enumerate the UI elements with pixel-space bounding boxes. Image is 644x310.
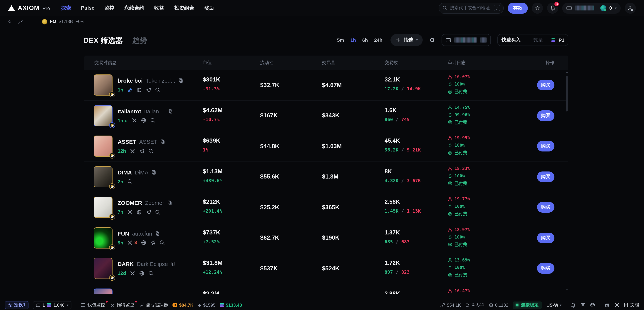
line-chart-icon[interactable] bbox=[18, 19, 23, 24]
theme-palette-icon[interactable] bbox=[590, 302, 595, 307]
filter-button[interactable]: 筛选 ▾ bbox=[391, 34, 423, 46]
preset-chip[interactable]: 预设1 bbox=[5, 301, 28, 309]
globe-icon[interactable] bbox=[141, 240, 146, 245]
table-row[interactable]: broke boiTokenized...1h$301K-31.3%$32.7K… bbox=[84, 70, 568, 101]
token-avatar[interactable] bbox=[94, 166, 112, 187]
navbar-right: 搜索代币或合约地址... / 存款 ☆ 3 0 ▾ bbox=[438, 3, 636, 14]
token-avatar[interactable] bbox=[94, 288, 112, 294]
menu-item-6[interactable]: 奖励 bbox=[204, 5, 214, 11]
tool-2[interactable]: 盈亏追踪器 bbox=[140, 302, 168, 308]
x-icon[interactable] bbox=[132, 118, 137, 123]
token-avatar[interactable] bbox=[94, 258, 112, 279]
buy-button[interactable]: 购买 bbox=[537, 233, 554, 243]
x-icon[interactable] bbox=[127, 210, 132, 215]
timeframe-24h[interactable]: 24h bbox=[374, 37, 382, 43]
buy-button[interactable]: 购买 bbox=[537, 141, 554, 152]
ticker-item[interactable]: FO $1.13B +0% bbox=[42, 19, 84, 24]
telegram-icon[interactable] bbox=[150, 240, 156, 245]
tab-trending[interactable]: 趋势 bbox=[132, 36, 147, 46]
preset-selector[interactable]: P1 bbox=[558, 37, 564, 43]
menu-item-3[interactable]: 永续合约 bbox=[124, 5, 144, 11]
scrollbar-thumb[interactable] bbox=[566, 76, 568, 112]
table-row[interactable]: DIMADiMA2h$1.13M+489.6%$55.6K$1.3M8K4.32… bbox=[84, 162, 568, 192]
table-row[interactable]: ItalianrotItalian ...1mo$4.62M-10.7%$167… bbox=[84, 101, 568, 131]
x-icon[interactable] bbox=[130, 271, 135, 276]
quick-buy-amount-input[interactable]: 数量 bbox=[533, 37, 543, 43]
telegram-icon[interactable] bbox=[139, 149, 144, 154]
account-settings-button[interactable] bbox=[625, 3, 636, 14]
settings-gear-icon[interactable]: ⚙ bbox=[429, 36, 435, 44]
timeframe-5m[interactable]: 5m bbox=[337, 37, 344, 43]
search-icon[interactable] bbox=[160, 240, 165, 245]
copy-address-icon[interactable] bbox=[168, 109, 173, 114]
timeframe-1h[interactable]: 1h bbox=[350, 37, 356, 43]
menu-item-0[interactable]: 探索 bbox=[61, 5, 71, 11]
timeframe-6h[interactable]: 6h bbox=[362, 37, 368, 43]
table-row[interactable]: DARKDark Eclipse12d$31.8M+12.24%$537K$52… bbox=[84, 253, 568, 284]
deposit-button[interactable]: 存款 bbox=[508, 3, 528, 14]
buy-button[interactable]: 购买 bbox=[537, 202, 554, 213]
token-avatar[interactable] bbox=[94, 227, 112, 248]
region-selector[interactable]: US-W ▾ bbox=[546, 302, 562, 307]
wallet-balance-chip[interactable]: 1 1.046 ▾ bbox=[33, 301, 72, 309]
telegram-icon[interactable] bbox=[146, 87, 151, 93]
table-row[interactable]: ASSETASSET12h$639K1%$44.8K$1.03M45.4K36.… bbox=[84, 131, 568, 162]
copy-address-icon[interactable] bbox=[167, 201, 172, 205]
docs-link[interactable]: 文档 bbox=[624, 302, 639, 308]
token-avatar[interactable] bbox=[94, 75, 112, 96]
search-icon[interactable] bbox=[148, 149, 154, 154]
globe-icon[interactable] bbox=[139, 271, 144, 276]
active-wallet-chip[interactable] bbox=[442, 34, 491, 46]
copy-address-icon[interactable] bbox=[152, 170, 156, 175]
globe-icon[interactable] bbox=[141, 118, 146, 123]
token-avatar[interactable] bbox=[94, 105, 112, 126]
copy-address-icon[interactable] bbox=[178, 78, 183, 83]
globe-icon[interactable] bbox=[136, 87, 142, 93]
quick-buy-control[interactable]: 快速买入 数量 P1 bbox=[498, 34, 568, 46]
app-logo[interactable]: AXIOM Pro bbox=[8, 4, 50, 12]
table-scrollbar[interactable]: ▲ ▼ bbox=[565, 71, 569, 294]
token-avatar[interactable] bbox=[94, 136, 112, 157]
menu-item-4[interactable]: 收益 bbox=[154, 5, 164, 11]
platform-badge-icon bbox=[109, 183, 115, 189]
scroll-up-arrow[interactable]: ▲ bbox=[565, 71, 569, 73]
search-icon[interactable] bbox=[148, 271, 154, 276]
search-icon[interactable] bbox=[150, 118, 155, 123]
copy-address-icon[interactable] bbox=[160, 139, 165, 144]
wallet-selector[interactable]: 0 ▾ bbox=[562, 3, 621, 14]
discord-icon[interactable] bbox=[604, 302, 610, 307]
search-icon[interactable] bbox=[127, 179, 132, 184]
alerts-icon[interactable] bbox=[571, 302, 576, 307]
star-icon[interactable]: ☆ bbox=[8, 19, 12, 25]
x-icon[interactable] bbox=[130, 149, 135, 154]
buy-button[interactable]: 购买 bbox=[537, 263, 554, 274]
feather-icon[interactable] bbox=[127, 87, 132, 93]
search-icon[interactable] bbox=[155, 87, 160, 93]
tool-0[interactable]: 钱包监控 bbox=[81, 302, 105, 308]
copy-address-icon[interactable] bbox=[155, 231, 160, 236]
menu-item-5[interactable]: 投资组合 bbox=[174, 5, 194, 11]
table-row[interactable]: TIMEManipulated Ti...$2.2M3.98K16.47%购买 bbox=[84, 284, 568, 294]
news-icon[interactable] bbox=[580, 302, 586, 307]
buy-button[interactable]: 购买 bbox=[537, 80, 554, 91]
scroll-down-arrow[interactable]: ▼ bbox=[565, 288, 569, 291]
buy-button[interactable]: 购买 bbox=[537, 171, 554, 182]
telegram-icon[interactable] bbox=[146, 210, 151, 215]
tool-1[interactable]: 推特监控 bbox=[110, 302, 134, 308]
eth-icon: ◆ bbox=[198, 302, 201, 307]
table-row[interactable]: FUNauto.fun9h3$737K+7.52%$62.7K$190K1.37… bbox=[84, 223, 568, 253]
buy-button[interactable]: 购买 bbox=[537, 110, 554, 121]
menu-item-2[interactable]: 监控 bbox=[104, 5, 114, 11]
menu-item-1[interactable]: Pulse bbox=[81, 5, 94, 11]
copy-address-icon[interactable] bbox=[171, 262, 176, 266]
x-social-icon[interactable] bbox=[614, 302, 619, 307]
x-icon[interactable] bbox=[127, 240, 132, 245]
table-row[interactable]: ZOOMERZoomer7h$212K+201.4%$25.2K$365K2.5… bbox=[84, 192, 568, 223]
buy-button[interactable]: 购买 bbox=[537, 294, 554, 294]
watchlist-button[interactable]: ☆ bbox=[532, 3, 543, 14]
globe-icon[interactable] bbox=[136, 210, 142, 215]
search-input[interactable]: 搜索代币或合约地址... / bbox=[438, 3, 504, 14]
notifications-button[interactable]: 3 bbox=[547, 3, 558, 14]
token-avatar[interactable] bbox=[94, 197, 112, 218]
search-icon[interactable] bbox=[155, 210, 160, 215]
